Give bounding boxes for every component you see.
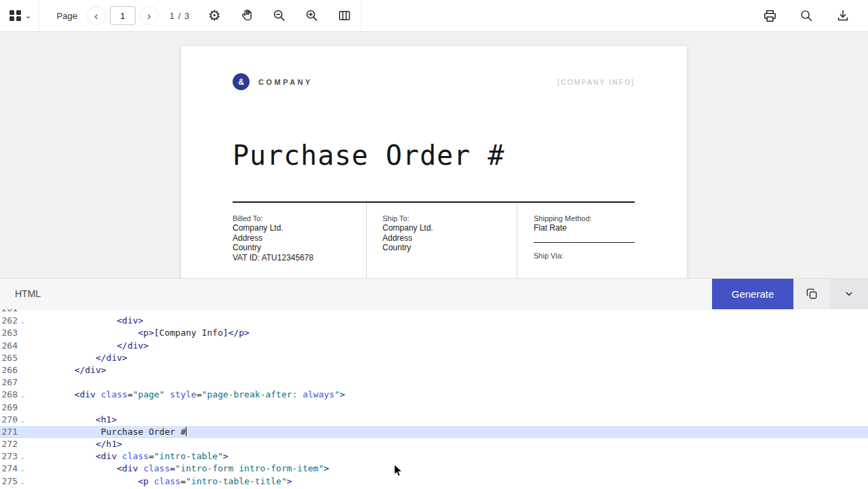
code-line[interactable]: 269 — [0, 402, 868, 414]
zoom-in-icon — [304, 8, 319, 23]
next-page-button[interactable]: › — [140, 6, 159, 25]
ship-to-line: Address — [382, 233, 517, 243]
toolbar-divider — [361, 0, 361, 32]
billed-to-line: Country — [233, 243, 366, 253]
billed-to-label: Billed To: — [233, 214, 366, 223]
ship-to-line: Company Ltd. — [382, 223, 517, 233]
columns-icon — [337, 8, 352, 23]
billed-to-line: VAT ID: ATU12345678 — [233, 253, 366, 263]
pan-tool-button[interactable] — [237, 5, 257, 26]
code-editor[interactable]: 261262⌄ <div>263 <p>[Company Info]</p>26… — [0, 309, 868, 489]
zoom-out-button[interactable] — [269, 5, 290, 26]
hand-icon — [239, 8, 254, 23]
code-line[interactable]: 270⌄ <h1> — [0, 414, 868, 426]
search-button[interactable] — [796, 5, 816, 26]
company-name: COMPANY — [258, 78, 313, 86]
code-line[interactable]: 267 — [0, 376, 868, 389]
code-panel-header: HTML Generate — [0, 279, 868, 309]
code-line[interactable]: 273⌄ <div class="intro-table"> — [0, 450, 868, 463]
language-label: HTML — [0, 288, 41, 299]
fold-chevron-icon[interactable]: ⌄ — [18, 451, 27, 463]
gear-icon: ⚙ — [208, 9, 221, 23]
fold-chevron-icon[interactable]: ⌄ — [18, 315, 27, 328]
ship-to-section: Ship To: Company Ltd. Address Country — [366, 203, 517, 278]
code-line[interactable]: 275⌄ <p class="intro-table-title"> — [0, 475, 868, 488]
ship-via-label: Ship Via: — [534, 251, 635, 260]
search-icon — [799, 8, 814, 23]
code-line[interactable]: 268⌄ <div class="page" style="page-break… — [0, 389, 868, 401]
prev-page-button[interactable]: ‹ — [87, 6, 106, 25]
fold-chevron-icon[interactable]: ⌄ — [18, 476, 27, 488]
text-caret — [186, 427, 187, 436]
code-line[interactable]: 274⌄ <div class="intro-form intro-form-i… — [0, 463, 868, 475]
settings-button[interactable]: ⚙ — [204, 5, 224, 26]
zoom-in-button[interactable] — [302, 5, 322, 26]
code-line[interactable]: 264 </div> — [0, 340, 868, 352]
copy-button[interactable] — [793, 279, 830, 309]
code-panel: HTML Generate 261262⌄ <div>263 <p>[Compa… — [0, 278, 868, 489]
company-info-placeholder: [COMPANY INFO] — [557, 78, 635, 86]
company-logo: & — [233, 73, 250, 90]
document-title: Purchase Order # — [233, 140, 635, 170]
chevron-down-icon — [843, 288, 855, 300]
code-line[interactable]: 271 Purchase Order # — [0, 426, 868, 438]
fold-chevron-icon[interactable]: ⌄ — [18, 389, 27, 402]
copy-icon — [805, 287, 818, 300]
chevron-down-icon: ⌄ — [25, 12, 32, 20]
thumbnails-button[interactable]: ⌄ — [0, 0, 39, 31]
page-number-input[interactable] — [110, 6, 136, 25]
billed-to-line: Address — [233, 233, 366, 243]
code-lines: 261262⌄ <div>263 <p>[Company Info]</p>26… — [0, 309, 868, 488]
fold-chevron-icon[interactable]: ⌄ — [18, 414, 27, 427]
download-icon — [835, 8, 850, 23]
fold-chevron-icon[interactable]: ⌄ — [18, 463, 27, 475]
shipping-method-section: Shipping Method: Flat Rate Ship Via: — [517, 203, 635, 278]
pdf-viewer[interactable]: & COMPANY [COMPANY INFO] Purchase Order … — [0, 32, 868, 278]
generate-button[interactable]: Generate — [712, 279, 793, 309]
shipping-method-value: Flat Rate — [534, 223, 635, 233]
document-header: & COMPANY [COMPANY INFO] — [233, 73, 635, 90]
zoom-out-icon — [272, 8, 287, 23]
page-count: 1 / 3 — [170, 11, 190, 21]
shipping-method-label: Shipping Method: — [534, 214, 635, 223]
toolbar-divider — [39, 0, 39, 32]
document-page: & COMPANY [COMPANY INFO] Purchase Order … — [181, 46, 687, 278]
grid-view-icon — [9, 10, 21, 22]
code-line[interactable]: 266 </div> — [0, 364, 868, 376]
ship-to-label: Ship To: — [382, 214, 517, 223]
code-line[interactable]: 262⌄ <div> — [0, 315, 868, 327]
page-label: Page — [57, 11, 77, 21]
billed-to-section: Billed To: Company Ltd. Address Country … — [233, 203, 366, 278]
code-line[interactable]: 263 <p>[Company Info]</p> — [0, 327, 868, 339]
printer-icon — [762, 8, 778, 24]
download-button[interactable] — [833, 5, 853, 26]
intro-table: Billed To: Company Ltd. Address Country … — [233, 201, 635, 278]
code-line[interactable]: 261 — [0, 309, 868, 315]
collapse-panel-button[interactable] — [830, 279, 868, 309]
pdf-toolbar: ⌄ Page ‹ › 1 / 3 ⚙ — [0, 0, 868, 32]
print-button[interactable] — [760, 5, 780, 26]
code-line[interactable]: 265 </div> — [0, 352, 868, 364]
page-layout-button[interactable] — [334, 5, 355, 26]
billed-to-line: Company Ltd. — [233, 223, 366, 233]
code-line[interactable]: 272 </h1> — [0, 438, 868, 450]
ship-to-line: Country — [382, 243, 517, 253]
